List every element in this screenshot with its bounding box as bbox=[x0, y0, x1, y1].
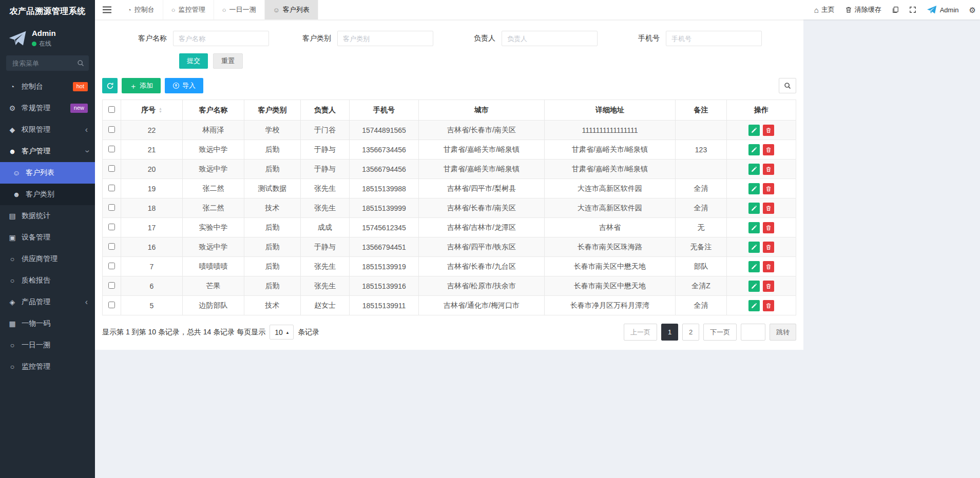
page-button-1[interactable]: 1 bbox=[661, 324, 678, 341]
delete-button[interactable] bbox=[763, 144, 774, 155]
delete-button[interactable] bbox=[763, 183, 774, 194]
user-menu[interactable]: Admin bbox=[927, 5, 959, 15]
row-checkbox[interactable] bbox=[108, 282, 115, 289]
column-header-label: 操作 bbox=[754, 106, 768, 114]
tab-trace[interactable]: ○一日一溯 bbox=[214, 0, 265, 19]
tab-customer-list[interactable]: ☺客户列表 bbox=[265, 0, 318, 19]
filter-group: 客户类别 bbox=[297, 31, 433, 46]
edit-button[interactable] bbox=[748, 125, 760, 136]
tab-monitor[interactable]: ○监控管理 bbox=[163, 0, 214, 19]
sidebar-item-customers[interactable]: ☻客户管理‹ bbox=[0, 141, 95, 162]
edit-button[interactable] bbox=[748, 281, 760, 292]
row-actions bbox=[727, 237, 796, 257]
sort-icon[interactable]: ▲▼ bbox=[159, 107, 162, 113]
delete-button[interactable] bbox=[763, 222, 774, 233]
row-checkbox[interactable] bbox=[108, 165, 115, 172]
refresh-button[interactable] bbox=[102, 78, 118, 93]
sidebar-item-label: 客户管理 bbox=[22, 147, 85, 156]
filter-input-0[interactable] bbox=[173, 31, 269, 46]
row-checkbox[interactable] bbox=[108, 243, 115, 250]
edit-button[interactable] bbox=[748, 261, 760, 272]
cell-name: 边防部队 bbox=[183, 296, 244, 315]
sidebar-item-qrcode[interactable]: ▦一物一码 bbox=[0, 313, 95, 334]
sidebar-item-customer-category[interactable]: ☻客户类别 bbox=[0, 184, 95, 205]
table-row: 16致远中学后勤于静与13566794451吉林省/四平市/铁东区长春市南关区珠… bbox=[103, 237, 796, 257]
submit-button[interactable]: 提交 bbox=[179, 53, 208, 69]
user-name: Admin bbox=[32, 29, 56, 37]
cell-manager: 于门谷 bbox=[301, 121, 350, 140]
sidebar-item-suppliers[interactable]: ○供应商管理 bbox=[0, 248, 95, 270]
cell-no: 21 bbox=[121, 140, 183, 160]
row-actions bbox=[727, 276, 796, 296]
sidebar-item-cogs[interactable]: ⚙常规管理new bbox=[0, 97, 95, 119]
edit-button[interactable] bbox=[748, 183, 760, 194]
menu-search-input[interactable] bbox=[6, 55, 89, 71]
edit-button[interactable] bbox=[748, 242, 760, 253]
page-jump-input[interactable] bbox=[741, 324, 765, 341]
select-all-checkbox[interactable] bbox=[108, 106, 115, 113]
chevron-left-icon: ‹ bbox=[85, 126, 88, 134]
home-link[interactable]: ⌂ 主页 bbox=[814, 5, 835, 14]
cell-address: 长春市南关区珠海路 bbox=[545, 237, 676, 257]
delete-button[interactable] bbox=[763, 125, 774, 136]
chevron-left-icon: ‹ bbox=[85, 298, 88, 306]
trash-icon bbox=[765, 186, 772, 192]
row-checkbox[interactable] bbox=[108, 185, 115, 191]
delete-button[interactable] bbox=[763, 203, 774, 214]
sidebar-item-customer-list[interactable]: ☺客户列表 bbox=[0, 162, 95, 184]
add-button[interactable]: ＋ 添加 bbox=[122, 78, 161, 93]
page-button-2[interactable]: 2 bbox=[682, 324, 699, 341]
cell-remark: 部队 bbox=[676, 257, 727, 276]
reset-button[interactable]: 重置 bbox=[213, 53, 243, 69]
cell-city: 吉林省/长春市/九台区 bbox=[419, 257, 545, 276]
edit-button[interactable] bbox=[748, 203, 760, 214]
row-checkbox[interactable] bbox=[108, 263, 115, 269]
filter-input-2[interactable] bbox=[502, 31, 598, 46]
delete-button[interactable] bbox=[763, 281, 774, 292]
cell-remark: 全清 bbox=[676, 179, 727, 198]
import-button[interactable]: 导入 bbox=[165, 78, 203, 93]
row-checkbox[interactable] bbox=[108, 224, 115, 230]
customers-icon: ☻ bbox=[7, 147, 17, 155]
edit-button[interactable] bbox=[748, 164, 760, 175]
sidebar-item-monitor[interactable]: ○监控管理 bbox=[0, 356, 95, 377]
cell-phone: 15744891565 bbox=[350, 121, 419, 140]
edit-button[interactable] bbox=[748, 300, 760, 311]
sidebar-item-devices[interactable]: ▣设备管理 bbox=[0, 227, 95, 248]
column-header: 手机号 bbox=[350, 100, 419, 121]
sidebar-item-products[interactable]: ◈产品管理‹ bbox=[0, 291, 95, 313]
tab-dashboard[interactable]: ◔控制台 bbox=[119, 0, 163, 19]
menu-toggle-icon[interactable] bbox=[95, 0, 119, 19]
cell-no: 20 bbox=[121, 160, 183, 179]
page-size-select[interactable]: 10 ▴ bbox=[270, 325, 294, 340]
pencil-icon bbox=[751, 205, 757, 211]
row-checkbox[interactable] bbox=[108, 204, 115, 211]
next-page-button[interactable]: 下一页 bbox=[703, 324, 737, 341]
sidebar-item-stats[interactable]: ▤数据统计 bbox=[0, 205, 95, 227]
table-search-button[interactable] bbox=[779, 78, 796, 93]
clear-cache-link[interactable]: 清除缓存 bbox=[845, 5, 881, 14]
row-checkbox[interactable] bbox=[108, 126, 115, 133]
search-icon bbox=[784, 82, 791, 89]
copy-page-icon[interactable] bbox=[892, 6, 899, 13]
jump-button[interactable]: 跳转 bbox=[770, 324, 796, 341]
edit-button[interactable] bbox=[748, 222, 760, 233]
fullscreen-icon[interactable] bbox=[909, 6, 916, 13]
delete-button[interactable] bbox=[763, 242, 774, 253]
delete-button[interactable] bbox=[763, 300, 774, 311]
sidebar-item-dashboard[interactable]: ◔控制台hot bbox=[0, 76, 95, 97]
row-checkbox[interactable] bbox=[108, 302, 115, 308]
sidebar-item-permissions[interactable]: ◆权限管理‹ bbox=[0, 119, 95, 141]
main-area: ◔控制台○监控管理○一日一溯☺客户列表 ⌂ 主页 清除缓存 Admin bbox=[95, 0, 980, 478]
sidebar-item-quality-report[interactable]: ○质检报告 bbox=[0, 270, 95, 291]
sidebar-item-trace[interactable]: ○一日一溯 bbox=[0, 334, 95, 356]
row-checkbox[interactable] bbox=[108, 146, 115, 152]
settings-gear-icon[interactable]: ⚙ bbox=[969, 6, 976, 14]
delete-button[interactable] bbox=[763, 261, 774, 272]
edit-button[interactable] bbox=[748, 144, 760, 155]
prev-page-button[interactable]: 上一页 bbox=[624, 324, 657, 341]
column-header: 客户名称 bbox=[183, 100, 244, 121]
filter-input-3[interactable] bbox=[666, 31, 762, 46]
filter-input-1[interactable] bbox=[337, 31, 433, 46]
delete-button[interactable] bbox=[763, 164, 774, 175]
